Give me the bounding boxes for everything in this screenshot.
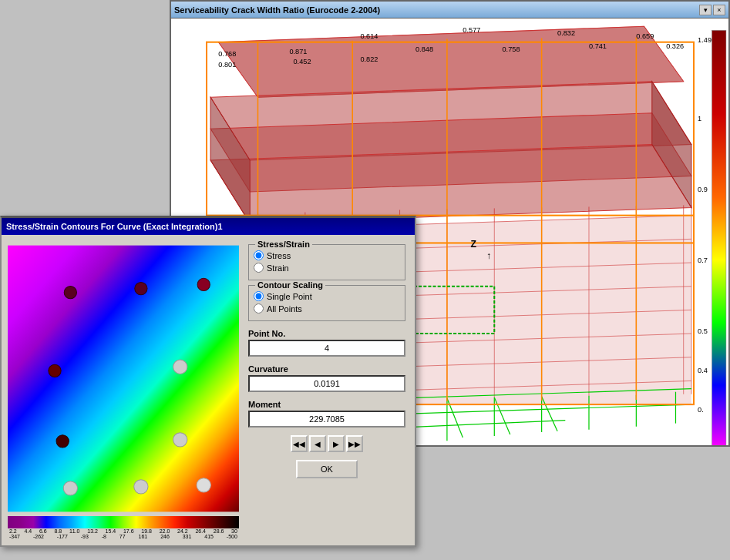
point-no-container: Point No. 4 bbox=[248, 326, 405, 357]
colorbar-gradient bbox=[8, 516, 239, 528]
svg-text:0.4: 0.4 bbox=[698, 367, 708, 374]
svg-text:↑: ↑ bbox=[486, 250, 491, 261]
contour-image-panel: 2.2 4.4 6.6 8.8 11.0 13.2 15.4 17.6 19.8… bbox=[8, 241, 239, 539]
dialog-title: Stress/Strain Contours For Curve (Exact … bbox=[6, 222, 223, 231]
svg-text:0.577: 0.577 bbox=[463, 26, 480, 34]
svg-text:0.822: 0.822 bbox=[360, 55, 378, 63]
last-button[interactable]: ▶▶ bbox=[346, 435, 363, 452]
right-panel: Stress/Strain Stress Strain Contour Scal… bbox=[245, 241, 409, 539]
moment-input[interactable] bbox=[248, 411, 405, 428]
close-button[interactable]: × bbox=[713, 5, 725, 15]
first-button[interactable]: ◀◀ bbox=[291, 435, 308, 452]
svg-text:0.5: 0.5 bbox=[698, 327, 708, 335]
svg-text:0.801: 0.801 bbox=[218, 61, 236, 69]
contour-svg bbox=[8, 241, 239, 516]
single-point-label: Single Point bbox=[267, 292, 312, 301]
svg-text:0.9: 0.9 bbox=[698, 186, 708, 193]
strain-label: Strain bbox=[267, 263, 289, 273]
svg-point-91 bbox=[134, 480, 148, 494]
contour-scaling-label: Contour Scaling bbox=[255, 280, 325, 290]
main-window-titlebar: Serviceability Crack Width Ratio (Euroco… bbox=[171, 2, 728, 18]
svg-text:0.741: 0.741 bbox=[589, 42, 607, 50]
curvature-input[interactable] bbox=[248, 375, 405, 392]
single-point-radio[interactable] bbox=[254, 291, 264, 301]
svg-point-85 bbox=[197, 278, 210, 290]
moment-label: Moment bbox=[248, 400, 405, 409]
ok-button[interactable]: OK bbox=[296, 460, 358, 478]
curvature-label: Curvature bbox=[248, 364, 405, 374]
svg-text:0.871: 0.871 bbox=[289, 48, 307, 55]
prev-button[interactable]: ◀ bbox=[309, 435, 326, 452]
contour-canvas bbox=[8, 241, 239, 516]
contour-dialog: Stress/Strain Contours For Curve (Exact … bbox=[0, 216, 416, 547]
svg-point-86 bbox=[49, 364, 61, 377]
svg-text:0.659: 0.659 bbox=[636, 32, 654, 40]
colorbar-values: -347 -262 -177 -93 -8 77 161 246 331 415… bbox=[8, 534, 239, 539]
svg-text:0.832: 0.832 bbox=[557, 29, 575, 37]
svg-point-90 bbox=[63, 481, 77, 495]
minimize-button[interactable]: ▾ bbox=[699, 5, 711, 15]
all-points-label: All Points bbox=[267, 304, 302, 314]
main-window-title: Serviceability Crack Width Ratio (Euroco… bbox=[174, 5, 380, 15]
point-no-label: Point No. bbox=[248, 329, 405, 338]
single-point-row: Single Point bbox=[254, 291, 400, 301]
svg-text:Z: Z bbox=[471, 239, 477, 250]
point-no-input[interactable]: 4 bbox=[248, 340, 405, 357]
nav-buttons: ◀◀ ◀ ▶ ▶▶ bbox=[248, 435, 405, 452]
colorbar-labels: 2.2 4.4 6.6 8.8 11.0 13.2 15.4 17.6 19.8… bbox=[8, 528, 239, 534]
svg-text:0.326: 0.326 bbox=[666, 42, 684, 50]
contour-scaling-group: Contour Scaling Single Point All Points bbox=[248, 285, 405, 321]
curvature-container: Curvature bbox=[248, 361, 405, 392]
svg-point-83 bbox=[64, 287, 76, 299]
all-points-row: All Points bbox=[254, 303, 400, 314]
svg-text:0.768: 0.768 bbox=[218, 50, 236, 58]
stress-label: Stress bbox=[267, 251, 291, 260]
bottom-colorbar: 2.2 4.4 6.6 8.8 11.0 13.2 15.4 17.6 19.8… bbox=[8, 516, 239, 539]
dialog-titlebar: Stress/Strain Contours For Curve (Exact … bbox=[2, 218, 415, 235]
moment-container: Moment bbox=[248, 397, 405, 428]
all-points-radio[interactable] bbox=[254, 303, 264, 314]
svg-text:1: 1 bbox=[698, 115, 701, 122]
svg-text:0.452: 0.452 bbox=[294, 58, 311, 65]
svg-text:0.: 0. bbox=[698, 406, 704, 414]
svg-point-89 bbox=[173, 433, 187, 447]
svg-text:0.848: 0.848 bbox=[415, 45, 433, 53]
stress-strain-group: Stress/Strain Stress Strain bbox=[248, 244, 405, 280]
svg-text:0.614: 0.614 bbox=[360, 32, 378, 40]
svg-text:1.49: 1.49 bbox=[698, 36, 711, 44]
svg-point-87 bbox=[173, 360, 187, 374]
next-button[interactable]: ▶ bbox=[328, 435, 345, 452]
stress-strain-group-label: Stress/Strain bbox=[255, 240, 312, 249]
svg-text:0.758: 0.758 bbox=[503, 45, 520, 53]
svg-rect-81 bbox=[712, 30, 726, 445]
strain-radio-row: Strain bbox=[254, 263, 400, 273]
svg-text:0.7: 0.7 bbox=[698, 257, 708, 264]
strain-radio[interactable] bbox=[254, 263, 264, 273]
svg-point-92 bbox=[197, 478, 210, 492]
window-controls: ▾ × bbox=[699, 5, 725, 15]
stress-radio[interactable] bbox=[254, 250, 264, 260]
dialog-content: 2.2 4.4 6.6 8.8 11.0 13.2 15.4 17.6 19.8… bbox=[2, 235, 415, 545]
svg-point-84 bbox=[135, 282, 147, 294]
stress-radio-row: Stress bbox=[254, 250, 400, 260]
svg-point-88 bbox=[56, 435, 69, 448]
